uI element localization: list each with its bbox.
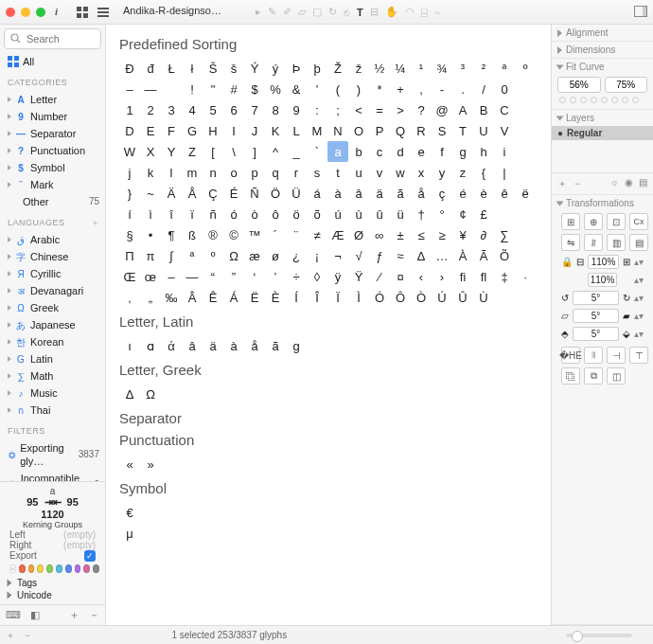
glyph-cell[interactable]: g xyxy=(452,141,473,162)
glyph-cell[interactable]: Ç xyxy=(203,183,223,204)
glyph-cell[interactable]: ® xyxy=(203,224,223,245)
language-item[interactable]: G Latin xyxy=(0,350,105,367)
glyph-cell[interactable]: s xyxy=(307,162,327,183)
category-item[interactable]: 9 Number xyxy=(0,108,105,125)
glyph-cell[interactable]: P xyxy=(369,120,390,141)
glyph-cell[interactable]: › xyxy=(432,266,452,287)
language-item[interactable]: अ Devanagari xyxy=(0,282,105,299)
glyph-cell[interactable]: Ω xyxy=(140,384,161,404)
subtract-icon[interactable]: ⧉ xyxy=(584,367,603,385)
glyph-cell[interactable]: Ø xyxy=(348,224,369,245)
glyph-cell[interactable]: { xyxy=(473,162,494,183)
glyph-cell[interactable]: õ xyxy=(307,204,327,224)
glyph-cell[interactable]: … xyxy=(432,245,452,266)
glyph-cell[interactable]: ά xyxy=(161,335,182,356)
glyph-cell[interactable]: t xyxy=(327,162,348,183)
kg-left-value[interactable]: (empty) xyxy=(63,529,96,540)
glyph-cell[interactable]: â xyxy=(348,183,369,204)
zoom-window[interactable] xyxy=(36,8,45,17)
annotate-tool-icon[interactable]: ◠ xyxy=(405,6,415,18)
shrink-icon[interactable]: ⊟ xyxy=(576,257,584,267)
glyph-cell[interactable]: £ xyxy=(473,204,494,224)
glyph-cell[interactable]: π xyxy=(140,245,161,266)
slant-down-icon[interactable]: ⬙ xyxy=(623,329,630,339)
glyph-cell[interactable]: É xyxy=(223,183,244,204)
glyph-cell[interactable]: ” xyxy=(223,266,244,287)
glyph-cell[interactable]: Ë xyxy=(244,287,265,308)
glyph-cell[interactable]: H xyxy=(203,120,223,141)
glyph-cell[interactable]: ù xyxy=(348,204,369,224)
glyph-cell[interactable]: ¬ xyxy=(327,245,348,266)
glyph-cell[interactable]: ( xyxy=(327,79,348,99)
glyph-cell[interactable]: ü xyxy=(390,204,411,224)
layer-options-icon[interactable]: ▤ xyxy=(639,177,647,190)
glyph-cell[interactable]: Ò xyxy=(411,287,432,308)
glyph-cell[interactable]: N xyxy=(327,120,348,141)
glyph-cell[interactable]: [ xyxy=(203,141,223,162)
glyph-cell[interactable]: ³ xyxy=(452,58,473,79)
glyph-cell[interactable]: ƒ xyxy=(369,245,390,266)
glyph-cell[interactable]: © xyxy=(223,224,244,245)
origin-2[interactable]: ⊕ xyxy=(584,213,603,230)
glyph-cell[interactable]: ^ xyxy=(265,141,286,162)
glyph-cell[interactable]: » xyxy=(140,454,161,474)
glyph-cell[interactable]: Z xyxy=(182,141,203,162)
language-item[interactable]: ∑ Math xyxy=(0,367,105,385)
glyph-cell[interactable]: ÿ xyxy=(327,266,348,287)
glyph-cell[interactable]: L xyxy=(286,120,307,141)
color-dot[interactable] xyxy=(56,564,62,573)
scale-value[interactable]: 110% xyxy=(588,255,619,269)
alignment-header[interactable]: Alignment xyxy=(552,25,653,41)
glyph-cell[interactable]: " xyxy=(203,79,223,99)
slant-left-icon[interactable]: ▱ xyxy=(561,311,569,321)
glyph-cell[interactable]: í xyxy=(119,204,140,224)
glyph-cell[interactable]: ‹ xyxy=(411,266,432,287)
flip-v-icon[interactable]: ⥯ xyxy=(584,234,603,251)
close-window[interactable] xyxy=(6,8,15,17)
align-t-icon[interactable]: ⊤ xyxy=(629,347,648,364)
fitcurve-a[interactable]: 56% xyxy=(557,77,601,93)
glyph-cell[interactable]: ∞ xyxy=(369,224,390,245)
knife-tool-icon[interactable]: ⎋ xyxy=(344,7,350,18)
glyph-cell[interactable]: D xyxy=(119,120,140,141)
glyph-cell[interactable]: ‘ xyxy=(244,266,265,287)
glyph-cell[interactable]: ; xyxy=(327,99,348,120)
fitcurve-header[interactable]: Fit Curve xyxy=(552,59,653,75)
category-item[interactable]: ¨ Mark xyxy=(0,176,105,193)
eye-icon[interactable]: ● xyxy=(557,128,563,138)
glyph-cell[interactable]: Ñ xyxy=(244,183,265,204)
glyph-cell[interactable]: û xyxy=(369,204,390,224)
language-item[interactable]: ق Arabic xyxy=(0,231,105,248)
glyph-cell[interactable]: > xyxy=(390,99,411,120)
glyph-cell[interactable]: à xyxy=(327,183,348,204)
keyboard-icon[interactable]: ⌨ xyxy=(6,609,21,621)
glyph-cell[interactable]: Ô xyxy=(390,287,411,308)
glyph-cell[interactable]: 0 xyxy=(494,79,515,99)
glyph-cell[interactable]: Ê xyxy=(203,287,223,308)
glyph-cell[interactable]: Ö xyxy=(265,183,286,204)
glyph-cell[interactable]: ª xyxy=(494,58,515,79)
glyph-cell[interactable]: “ xyxy=(203,266,223,287)
glyph-cell[interactable]: Ω xyxy=(223,245,244,266)
language-item[interactable]: Ω Greek xyxy=(0,299,105,316)
glyph-cell[interactable]: Ã xyxy=(473,245,494,266)
language-item[interactable]: ♪ Music xyxy=(0,385,105,402)
tags-disclosure[interactable]: Tags xyxy=(6,576,99,588)
glyph-cell[interactable]: # xyxy=(223,79,244,99)
status-add-icon[interactable]: ＋ xyxy=(6,629,15,642)
glyph-cell[interactable]: § xyxy=(119,224,140,245)
zoom-slider[interactable] xyxy=(566,634,632,637)
glyph-cell[interactable]: å xyxy=(411,183,432,204)
glyph-cell[interactable]: ≠ xyxy=(307,224,327,245)
glyph-cell[interactable]: 3 xyxy=(161,99,182,120)
slant-v-value[interactable]: 5° xyxy=(573,327,619,341)
unicode-disclosure[interactable]: Unicode xyxy=(6,588,99,600)
minimize-window[interactable] xyxy=(21,8,30,17)
glyph-cell[interactable]: º xyxy=(515,58,536,79)
intersect-icon[interactable]: ◫ xyxy=(607,367,626,385)
glyph-cell[interactable]: √ xyxy=(348,245,369,266)
glyph-cell[interactable]: ß xyxy=(182,224,203,245)
glyph-cell[interactable]: \ xyxy=(223,141,244,162)
glyph-cell[interactable]: K xyxy=(265,120,286,141)
add-language-icon[interactable]: ＋ xyxy=(91,216,100,229)
